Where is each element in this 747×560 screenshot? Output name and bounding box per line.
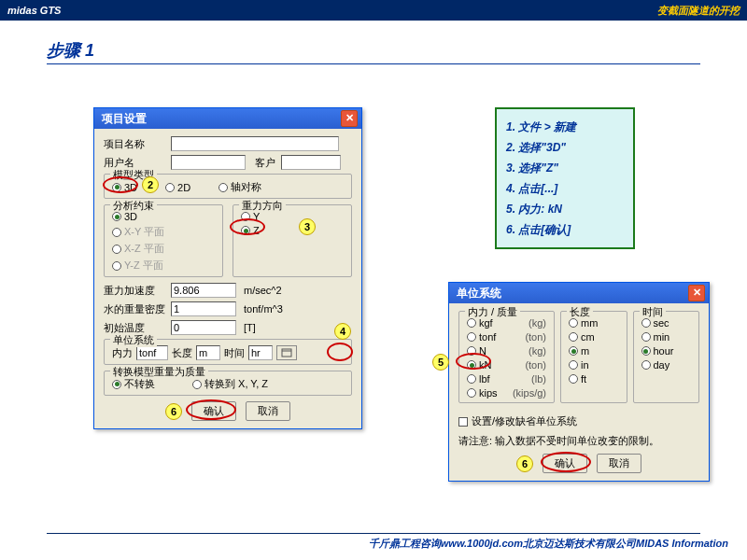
- cancel-button-2[interactable]: 取消: [597, 454, 641, 473]
- header-bar: midas GTS 变截面隧道的开挖: [0, 0, 747, 21]
- time-label: 时间: [224, 346, 245, 360]
- note-2: 2. 选择"3D": [506, 137, 624, 158]
- step-title: 步骤 1: [47, 39, 94, 62]
- radio-time-hour[interactable]: hour: [641, 345, 692, 357]
- radio-len-in[interactable]: in: [569, 359, 619, 371]
- length-label: 长度: [172, 346, 192, 360]
- radio-force-N[interactable]: N(kg): [467, 345, 546, 357]
- radio-len-m[interactable]: m: [569, 345, 619, 357]
- footer-text: 千斤鼎工程咨询www.1000jd.com北京迈达斯技术有限公司MIDAS In…: [369, 537, 728, 551]
- radio-noconvert[interactable]: 不转换: [112, 377, 155, 391]
- client-label: 客户: [255, 156, 281, 170]
- radio-xy: X-Y 平面: [112, 225, 215, 239]
- close-icon[interactable]: ✕: [341, 110, 358, 127]
- unit-note: 请注意: 输入数据不受时间单位改变的限制。: [458, 434, 699, 448]
- close-icon-2[interactable]: ✕: [688, 285, 705, 301]
- default-units-checkbox[interactable]: [458, 417, 468, 427]
- footer-line: [47, 533, 700, 534]
- radio-len-cm[interactable]: cm: [569, 331, 619, 343]
- radio-3d[interactable]: 3D: [112, 180, 137, 194]
- accel-label: 重力加速度: [104, 284, 171, 298]
- radio-len-ft[interactable]: ft: [569, 373, 619, 385]
- time-input[interactable]: [248, 345, 273, 360]
- units-label: 单位系统: [110, 333, 157, 347]
- density-label: 水的重量密度: [104, 302, 171, 316]
- radio-y[interactable]: Y: [241, 211, 344, 222]
- user-name-input[interactable]: [171, 155, 246, 170]
- radio-2d[interactable]: 2D: [165, 180, 190, 194]
- dialog2-title: 单位系统: [457, 286, 501, 301]
- radio-xz: X-Z 平面: [112, 242, 215, 256]
- radio-yz: Y-Z 平面: [112, 259, 215, 273]
- radio-force-tonf[interactable]: tonf(ton): [467, 331, 546, 343]
- cancel-button-1[interactable]: 取消: [246, 401, 290, 421]
- ok-button-2[interactable]: 确认: [543, 454, 587, 473]
- client-input[interactable]: [281, 155, 341, 170]
- dialog1-titlebar[interactable]: 项目设置 ✕: [94, 108, 361, 129]
- radio-len-mm[interactable]: mm: [569, 317, 619, 329]
- accel-input[interactable]: [171, 283, 236, 298]
- radio-force-kips[interactable]: kips(kips/g): [467, 387, 546, 399]
- radio-z[interactable]: Z: [241, 225, 344, 236]
- project-name-input[interactable]: [171, 136, 339, 151]
- radio-axisym[interactable]: 轴对称: [218, 180, 261, 194]
- radio-force-kgf[interactable]: kgf(kg): [467, 317, 546, 329]
- note-6: 6. 点击[确认]: [506, 219, 624, 240]
- radio-force-lbf[interactable]: lbf(lb): [467, 373, 546, 385]
- project-settings-dialog: 项目设置 ✕ 项目名称 用户名 客户 模型类型 3D 2D 轴对称 2 分析约束: [93, 107, 362, 429]
- step-line: [47, 63, 700, 64]
- accel-unit: m/sec^2: [244, 285, 282, 296]
- marker-4: 4: [334, 323, 351, 340]
- note-5: 5. 内力: kN: [506, 199, 624, 219]
- unit-system-dialog: 单位系统 ✕ 内力 / 质量 kgf(kg)tonf(ton)N(kg)kN(t…: [448, 282, 710, 482]
- radio-force-kN[interactable]: kN(ton): [467, 359, 546, 371]
- marker-5: 5: [432, 354, 449, 371]
- instruction-box: 1. 文件 > 新建 2. 选择"3D" 3. 选择"Z" 4. 点击[...]…: [495, 107, 635, 249]
- temp-unit: [T]: [244, 322, 256, 333]
- marker-2: 2: [142, 176, 159, 193]
- density-unit: tonf/m^3: [244, 303, 283, 315]
- radio-convert-xyz[interactable]: 转换到 X, Y, Z: [192, 377, 268, 391]
- header-right: 变截面隧道的开挖: [657, 4, 740, 18]
- ok-button-1[interactable]: 确认: [191, 401, 236, 421]
- marker-6b: 6: [516, 455, 533, 472]
- marker-3: 3: [299, 218, 316, 235]
- dialog1-title: 项目设置: [102, 111, 147, 127]
- radio-analysis-3d[interactable]: 3D: [112, 211, 215, 222]
- force-input[interactable]: [136, 345, 168, 360]
- note-3: 3. 选择"Z": [506, 158, 624, 178]
- units-browse-button[interactable]: [276, 345, 297, 360]
- project-name-label: 项目名称: [104, 137, 171, 151]
- radio-time-sec[interactable]: sec: [641, 317, 692, 329]
- note-1: 1. 文件 > 新建: [506, 117, 624, 137]
- marker-6a: 6: [165, 403, 182, 420]
- note-4: 4. 点击[...]: [506, 178, 624, 199]
- radio-time-day[interactable]: day: [641, 359, 692, 371]
- header-left: midas GTS: [7, 5, 61, 16]
- chk-label: 设置/修改缺省单位系统: [472, 414, 577, 428]
- temp-input[interactable]: [171, 320, 236, 335]
- radio-time-min[interactable]: min: [641, 331, 692, 343]
- dialog2-titlebar[interactable]: 单位系统 ✕: [449, 283, 709, 303]
- length-input[interactable]: [196, 345, 220, 360]
- force-label: 内力: [112, 346, 133, 360]
- svg-rect-0: [282, 349, 291, 357]
- density-input[interactable]: [171, 301, 236, 316]
